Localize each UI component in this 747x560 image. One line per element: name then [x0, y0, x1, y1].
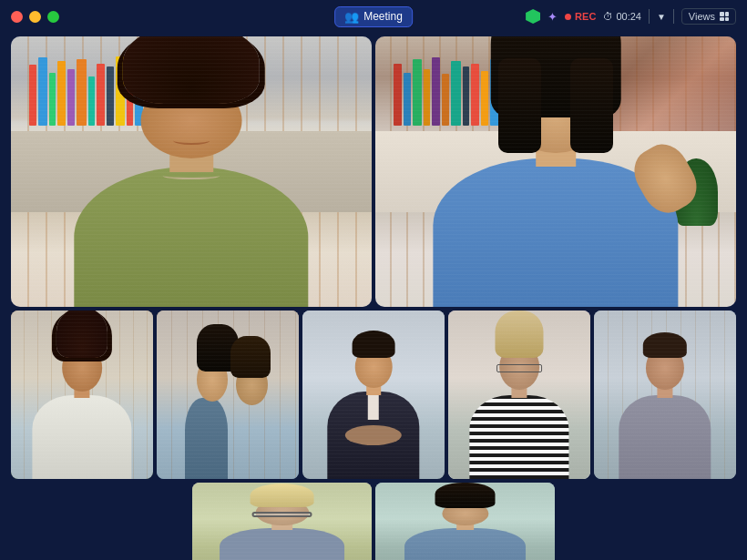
meeting-title-area: 👥 Meeting — [334, 6, 413, 27]
title-bar: 👥 Meeting ✦ REC ⏱ 00:24 ▼ Views — [0, 0, 747, 33]
video-tile-1[interactable] — [11, 36, 372, 307]
gallery-tile-3[interactable] — [302, 311, 445, 479]
security-badge — [526, 9, 540, 24]
gallery-strip-bottom — [192, 483, 555, 560]
gallery-tile-5[interactable] — [594, 311, 736, 479]
minimize-button[interactable] — [29, 11, 41, 23]
gallery-strip-top — [11, 311, 736, 479]
grid-icon — [720, 12, 729, 21]
gallery-tile-6[interactable] — [192, 483, 372, 560]
meeting-icon: 👥 — [344, 10, 359, 24]
views-button[interactable]: Views — [681, 8, 736, 25]
gallery-tile-7[interactable] — [375, 483, 555, 560]
star-icon: ✦ — [547, 10, 558, 24]
title-right-controls: ✦ REC ⏱ 00:24 ▼ Views — [526, 8, 736, 25]
top-video-area — [0, 33, 747, 311]
gallery-tile-4[interactable] — [448, 311, 590, 479]
rec-badge[interactable]: REC — [565, 11, 596, 22]
timer: ⏱ 00:24 — [603, 11, 641, 22]
rec-dot — [565, 14, 571, 20]
shield-icon — [526, 9, 540, 24]
meeting-label: Meeting — [363, 10, 403, 23]
meeting-badge[interactable]: 👥 Meeting — [334, 6, 413, 27]
views-label: Views — [689, 11, 715, 22]
traffic-lights — [11, 11, 59, 23]
gallery-tile-2[interactable] — [157, 311, 299, 479]
timer-chevron[interactable]: ▼ — [657, 12, 666, 22]
rec-label: REC — [575, 11, 596, 22]
maximize-button[interactable] — [47, 11, 59, 23]
video-tile-2[interactable] — [375, 36, 736, 307]
divider — [649, 9, 650, 24]
gallery-tile-1[interactable] — [11, 311, 153, 479]
main-content: ▲ Audio ▲ Video — [0, 33, 747, 560]
divider2 — [673, 9, 674, 24]
timer-icon: ⏱ — [603, 11, 613, 22]
close-button[interactable] — [11, 11, 23, 23]
timer-value: 00:24 — [616, 11, 641, 22]
gallery-section — [0, 311, 747, 560]
